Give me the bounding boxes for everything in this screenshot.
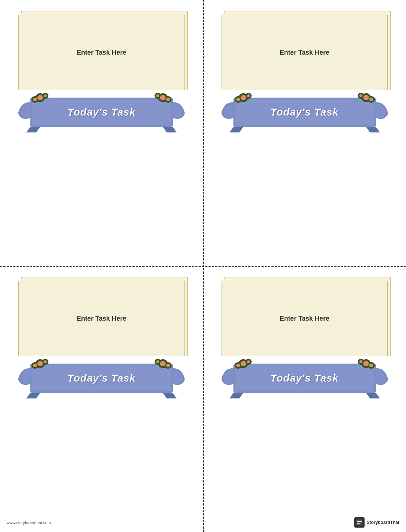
task-text-bottom-left: Enter Task Here: [77, 315, 127, 323]
paper-stack-bottom-left: Enter Task Here: [18, 281, 185, 356]
banner-bottom-right: Today's Task: [222, 358, 388, 398]
banner-label-top-right: Today's Task: [270, 106, 339, 118]
svg-point-21: [247, 94, 250, 97]
svg-rect-58: [357, 523, 360, 524]
paper-front-bl[interactable]: Enter Task Here: [18, 281, 185, 356]
svg-point-39: [160, 361, 166, 366]
svg-point-26: [369, 98, 373, 101]
cell-bottom-left: Enter Task Here: [0, 266, 203, 398]
svg-point-33: [37, 361, 43, 366]
svg-point-6: [33, 98, 37, 101]
svg-point-19: [240, 95, 246, 100]
svg-point-41: [156, 360, 160, 363]
paper-front-br[interactable]: Enter Task Here: [222, 281, 388, 356]
banner-bottom-left: Today's Task: [18, 358, 185, 398]
task-text-top-left: Enter Task Here: [77, 49, 127, 57]
cell-top-right: Enter Task Here: [203, 0, 406, 132]
svg-point-40: [166, 364, 170, 367]
cell-bottom-right: Enter Task Here: [203, 266, 406, 398]
svg-point-49: [247, 360, 250, 363]
brand-name: StoryboardThat: [367, 520, 399, 525]
footer-url: www.storyboardthat.com: [7, 520, 51, 525]
task-text-top-right: Enter Task Here: [279, 49, 329, 57]
task-text-bottom-right: Enter Task Here: [279, 315, 329, 323]
svg-point-20: [236, 98, 240, 101]
banner-label-bottom-left: Today's Task: [67, 372, 136, 384]
paper-stack-top-right: Enter Task Here: [222, 15, 388, 90]
svg-point-11: [160, 95, 166, 100]
horizontal-divider: [0, 266, 406, 267]
page: Enter Task Here: [0, 0, 406, 532]
svg-point-34: [33, 364, 37, 367]
svg-point-7: [44, 94, 47, 97]
svg-rect-57: [357, 521, 362, 522]
brand-icon: [354, 517, 365, 528]
banner-top-left: Today's Task: [18, 92, 185, 132]
footer: www.storyboardthat.com StoryboardThat: [7, 517, 399, 528]
svg-point-54: [369, 364, 373, 367]
svg-point-55: [359, 360, 362, 363]
svg-point-47: [240, 361, 246, 366]
svg-point-48: [236, 364, 240, 367]
paper-front-tr[interactable]: Enter Task Here: [222, 15, 388, 90]
footer-brand: StoryboardThat: [354, 517, 399, 528]
paper-stack-top-left: Enter Task Here: [18, 15, 185, 90]
banner-top-right: Today's Task: [222, 92, 388, 132]
cell-top-left: Enter Task Here: [0, 0, 203, 132]
svg-point-35: [44, 360, 47, 363]
banner-label-bottom-right: Today's Task: [270, 372, 339, 384]
svg-rect-56: [356, 520, 362, 525]
paper-front[interactable]: Enter Task Here: [18, 15, 185, 90]
svg-point-27: [359, 94, 362, 97]
svg-point-5: [37, 95, 43, 100]
paper-stack-bottom-right: Enter Task Here: [222, 281, 388, 356]
svg-point-25: [363, 95, 369, 100]
banner-label-top-left: Today's Task: [67, 106, 136, 118]
svg-point-13: [156, 94, 160, 97]
svg-point-12: [166, 98, 170, 101]
svg-point-53: [363, 361, 369, 366]
